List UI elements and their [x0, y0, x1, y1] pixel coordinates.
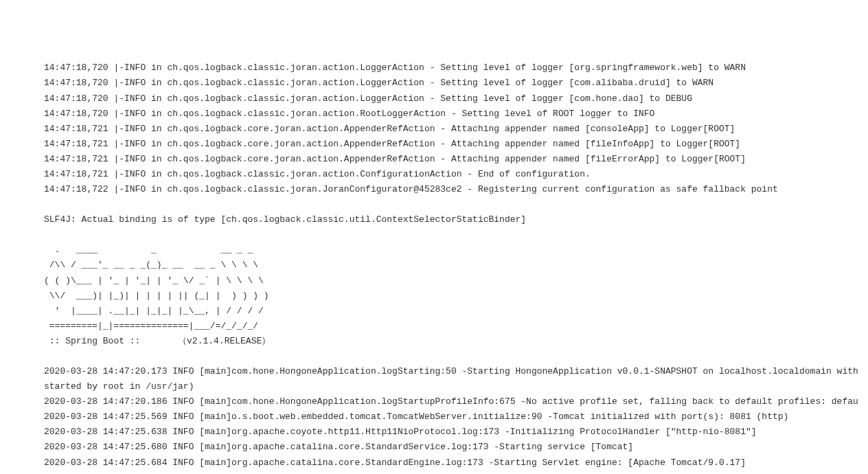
log-line: 14:47:18,721 |-INFO in ch.qos.logback.co… — [44, 122, 868, 137]
log-line: 2020-03-28 14:47:20.173 INFO [main]com.h… — [44, 364, 868, 379]
log-line: started by root in /usr/jar) — [44, 379, 868, 394]
log-line: 14:47:18,721 |-INFO in ch.qos.logback.co… — [44, 137, 868, 152]
log-line: 14:47:18,721 |-INFO in ch.qos.logback.co… — [44, 152, 868, 167]
log-line: 14:47:18,720 |-INFO in ch.qos.logback.cl… — [44, 76, 868, 91]
log-line: 2020-03-28 14:47:20.186 INFO [main]com.h… — [44, 394, 868, 409]
log-line: 14:47:18,720 |-INFO in ch.qos.logback.cl… — [44, 91, 868, 106]
log-line: 14:47:18,721 |-INFO in ch.qos.logback.cl… — [44, 167, 868, 182]
log-line: 2020-03-28 14:47:25.638 INFO [main]org.a… — [44, 425, 868, 440]
log-line: 14:47:18,720 |-INFO in ch.qos.logback.cl… — [44, 106, 868, 122]
log-line: 2020-03-28 14:47:25.569 INFO [main]o.s.b… — [44, 409, 868, 425]
slf4j-binding-line: SLF4J: Actual binding is of type [ch.qos… — [44, 212, 868, 227]
log-line: 2020-03-28 14:47:25.958 INFO [main]o.a.c… — [44, 471, 868, 474]
spring-boot-banner: . ____ _ __ _ _ /\\ / ___'_ __ _ _(_)_ _… — [44, 242, 868, 349]
console-output: 14:47:18,720 |-INFO in ch.qos.logback.cl… — [0, 60, 868, 474]
log-line: 2020-03-28 14:47:25.680 INFO [main]org.a… — [44, 440, 868, 455]
log-line: 14:47:18,722 |-INFO in ch.qos.logback.cl… — [44, 182, 868, 197]
log-line: 14:47:18,720 |-INFO in ch.qos.logback.cl… — [44, 60, 868, 76]
log-line: 2020-03-28 14:47:25.684 INFO [main]org.a… — [44, 455, 868, 471]
